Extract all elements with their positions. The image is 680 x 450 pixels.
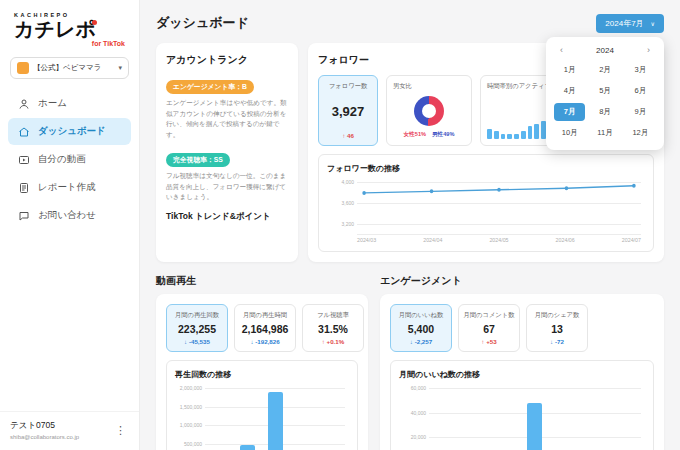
bar <box>528 126 533 139</box>
bar <box>487 129 492 139</box>
video-plays-title: 動画再生 <box>156 274 368 288</box>
kebab-menu-icon[interactable]: ⋮ <box>112 424 129 437</box>
account-avatar <box>17 62 29 74</box>
stat-value: 223,255 <box>171 323 223 335</box>
gender-donut-chart <box>414 96 444 126</box>
sidebar-item-label: ダッシュボード <box>38 125 106 138</box>
month-option-4月[interactable]: 4月 <box>554 82 585 100</box>
sidebar-nav: ホームダッシュボード自分の動画レポート作成お問い合わせ <box>0 89 139 230</box>
main-header: ダッシュボード 2024年7月 ∨ <box>156 14 664 33</box>
account-rank-title: アカウントランク <box>166 53 288 67</box>
account-selector[interactable]: 【公式】ベビママラ ▾ <box>10 57 129 79</box>
month-option-8月[interactable]: 8月 <box>589 103 620 121</box>
sidebar-item-label: ホーム <box>38 97 67 110</box>
month-option-6月[interactable]: 6月 <box>625 82 656 100</box>
y-tick-label: 40,000 <box>399 410 426 416</box>
y-tick-label: 3,200 <box>327 221 354 227</box>
stat-box: フル視聴率31.5%↑ +0.1% <box>302 304 364 352</box>
stat-label: フル視聴率 <box>307 311 359 320</box>
stat-label: 月間の再生時間 <box>239 311 291 320</box>
follower-count-value: 3,927 <box>323 104 373 119</box>
month-option-12月[interactable]: 12月 <box>625 124 656 142</box>
brand-red-dot-icon <box>92 20 97 25</box>
month-option-9月[interactable]: 9月 <box>625 103 656 121</box>
x-tick-label: 2024/05 <box>489 237 508 243</box>
stat-box: 月間の再生回数223,255↓ -45,535 <box>166 304 228 352</box>
user-email: shiba@collaborators.co.jp <box>10 434 79 440</box>
bar <box>501 134 506 139</box>
month-option-10月[interactable]: 10月 <box>554 124 585 142</box>
sidebar-item-home[interactable]: ダッシュボード <box>8 118 131 145</box>
chat-icon <box>18 210 30 222</box>
month-option-2月[interactable]: 2月 <box>589 61 620 79</box>
watch-rate-badge: 完全視聴率：SS <box>166 153 230 167</box>
date-range-button[interactable]: 2024年7月 ∨ <box>596 14 664 33</box>
video-icon <box>18 154 30 166</box>
watch-rate-text: フル視聴率は文句なしの一位。このまま品質を向上し、フォロワー獲得に繋げていきまし… <box>166 171 288 203</box>
engagement-rank-text: エンゲージメント率はやや低めです。類似アカウントの伸びている投稿の分析を行い、傾… <box>166 98 288 140</box>
stat-change: ↓ -45,535 <box>171 338 223 345</box>
sidebar-item-report[interactable]: レポート作成 <box>8 174 131 201</box>
y-tick-label: 2,000,000 <box>175 385 202 391</box>
month-option-3月[interactable]: 3月 <box>625 61 656 79</box>
x-tick-label: 2024/07 <box>622 237 641 243</box>
report-icon <box>18 182 30 194</box>
follower-trend-x-axis: 2024/032024/042024/052024/062024/07 <box>357 237 641 243</box>
follower-trend-card: フォロワー数の推移 4,0003,6003,200 2024/032024/04… <box>318 154 654 252</box>
sidebar-item-label: 自分の動画 <box>38 153 86 166</box>
stat-value: 13 <box>531 323 583 335</box>
bar <box>240 445 255 450</box>
chevron-down-icon: ∨ <box>651 20 655 27</box>
stat-label: 月間のシェア数 <box>531 311 583 320</box>
stat-box: 月間のコメント数67↑ +53 <box>458 304 520 352</box>
likes-trend-title: 月間のいいね数の推移 <box>399 369 645 380</box>
gender-ratio-label: 男女比 <box>391 82 467 91</box>
picker-year: 2024 <box>596 46 614 55</box>
bar <box>507 134 512 139</box>
bar <box>521 131 526 139</box>
stat-box: 月間のシェア数13↓ -72 <box>526 304 588 352</box>
prev-year-button[interactable]: ‹ <box>560 45 563 55</box>
follower-count-label: フォロワー数 <box>323 82 373 91</box>
month-grid: 1月2月3月4月5月6月7月8月9月10月11月12月 <box>554 61 656 142</box>
plays-trend-chart: 2,000,0001,500,0001,000,000500,000 <box>205 388 345 450</box>
y-tick-label: 500,000 <box>175 441 202 447</box>
sidebar-item-label: レポート作成 <box>38 181 96 194</box>
sidebar-item-chat[interactable]: お問い合わせ <box>8 202 131 229</box>
x-axis-line <box>357 234 641 235</box>
month-option-7月[interactable]: 7月 <box>554 103 585 121</box>
plays-trend-title: 再生回数の推移 <box>175 369 349 380</box>
y-tick-label: 1,500,000 <box>175 404 202 410</box>
next-year-button[interactable]: › <box>647 45 650 55</box>
stat-label: 月間のいいね数 <box>395 311 447 320</box>
bar <box>494 131 499 139</box>
month-option-11月[interactable]: 11月 <box>589 124 620 142</box>
y-tick-label: 1,000,000 <box>175 422 202 428</box>
month-option-5月[interactable]: 5月 <box>589 82 620 100</box>
main-content: ダッシュボード 2024年7月 ∨ ‹ 2024 › 1月2月3月4月5月6月7… <box>140 0 680 450</box>
stat-value: 5,400 <box>395 323 447 335</box>
male-ratio-label: 男性49% <box>432 131 454 139</box>
x-tick-label: 2024/03 <box>357 237 376 243</box>
stat-change: ↓ -192,826 <box>239 338 291 345</box>
chevron-down-icon: ▾ <box>118 64 122 72</box>
brand-logo: KACHIREPO カチレポ for TikTok <box>0 10 139 53</box>
stat-value: 67 <box>463 323 515 335</box>
page-title: ダッシュボード <box>156 14 249 32</box>
y-tick-label: 20,000 <box>399 434 426 440</box>
bar <box>268 392 283 450</box>
sidebar-item-user[interactable]: ホーム <box>8 90 131 117</box>
stat-change: ↑ +53 <box>463 338 515 345</box>
engagement-title: エンゲージメント <box>380 274 664 288</box>
stat-label: 月間のコメント数 <box>463 311 515 320</box>
video-plays-card: 月間の再生回数223,255↓ -45,535月間の再生時間2,164,986↓… <box>156 294 368 450</box>
follower-count-box: フォロワー数 3,927 ↑ 46 <box>318 75 378 146</box>
user-icon <box>18 98 30 110</box>
gender-ratio-box: 男女比 女性51%男性49% <box>386 75 472 146</box>
month-option-1月[interactable]: 1月 <box>554 61 585 79</box>
sidebar-item-video[interactable]: 自分の動画 <box>8 146 131 173</box>
follower-count-change: ↑ 46 <box>323 132 373 139</box>
y-tick-label: 60,000 <box>399 385 426 391</box>
date-range-label: 2024年7月 <box>605 18 643 29</box>
stat-label: 月間の再生回数 <box>171 311 223 320</box>
